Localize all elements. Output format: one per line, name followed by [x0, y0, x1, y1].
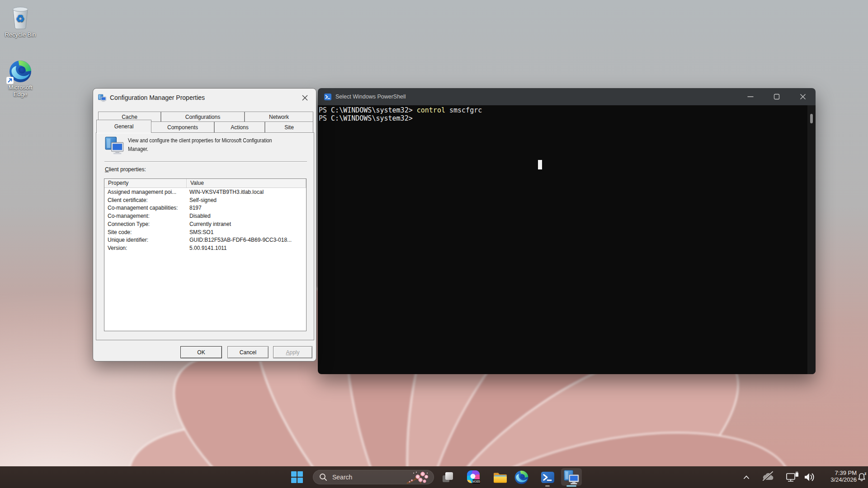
desktop-icon-label2: Edge [3, 91, 38, 98]
property-value: 8197 [189, 205, 202, 211]
desktop-icon-microsoft-edge[interactable]: Microsoft Edge [3, 60, 38, 98]
bell-sleep-icon: z [857, 466, 868, 488]
property-name: Client certificate: [108, 197, 148, 203]
start-button[interactable] [288, 466, 306, 488]
copilot-m365-button[interactable]: M365 [464, 466, 482, 488]
scrollbar-thumb[interactable] [810, 114, 813, 123]
close-icon [799, 93, 807, 100]
property-name: Co-management capabilities: [108, 205, 178, 211]
configmgr-icon [563, 469, 580, 485]
tab-site[interactable]: Site [265, 122, 313, 132]
cloud-offline-icon [761, 466, 775, 488]
property-row[interactable]: Assigned management poi...WIN-VKSV4TB9TH… [104, 189, 306, 197]
client-properties-label: Client properties: [105, 166, 146, 173]
configmgr-active-indicator [566, 485, 576, 487]
close-button[interactable] [790, 88, 816, 105]
file-explorer-icon [493, 471, 507, 483]
property-name: Version: [108, 245, 127, 251]
tray-time: 7:39 PM [813, 469, 857, 476]
property-row[interactable]: Co-management capabilities:8197 [104, 205, 306, 213]
search-icon [319, 473, 328, 482]
property-row[interactable]: Site code:SMS:SO1 [104, 229, 306, 237]
scrollbar[interactable] [807, 105, 816, 374]
configmgr-icon [98, 94, 107, 102]
powershell-console[interactable]: PS C:\WINDOWS\system32> control smscfgrc… [318, 105, 816, 374]
dialog-title: Configuration Manager Properties [110, 89, 205, 107]
powershell-running-indicator [545, 485, 550, 487]
minimize-icon [747, 93, 754, 100]
property-value: 5.00.9141.1011 [189, 245, 227, 251]
property-row[interactable]: Version:5.00.9141.1011 [104, 245, 306, 253]
dialog-description: View and configure the client properties… [128, 136, 318, 154]
ok-button[interactable]: OK [180, 346, 222, 358]
console-cursor [538, 160, 542, 169]
cherry-blossom-icon [406, 471, 430, 484]
property-value: SMS:SO1 [189, 229, 213, 235]
powershell-icon [324, 94, 331, 100]
shortcut-arrow-icon [6, 77, 14, 84]
powershell-titlebar[interactable]: Select Windows PowerShell [318, 88, 816, 105]
chevron-up-icon [742, 466, 750, 488]
tab-network[interactable]: Network [245, 112, 313, 122]
tab-actions[interactable]: Actions [214, 122, 265, 132]
close-icon [302, 94, 308, 101]
m365-copilot-icon: M365 [466, 470, 481, 484]
property-value: Self-signed [189, 197, 217, 203]
notification-bell-button[interactable]: z [857, 466, 868, 488]
tab-components[interactable]: Components [151, 122, 214, 132]
search-box[interactable]: Search [313, 470, 434, 484]
powershell-window: Select Windows PowerShell PS C:\WINDOWS\… [318, 88, 816, 374]
property-row[interactable]: Co-management:Disabled [104, 213, 306, 221]
windows-logo-icon [291, 471, 303, 483]
powershell-icon [541, 470, 555, 484]
maximize-button[interactable] [764, 88, 790, 105]
powershell-title: Select Windows PowerShell [335, 88, 406, 105]
divider [104, 161, 307, 162]
column-header-property[interactable]: Property [104, 179, 187, 188]
list-rows: Assigned management poi...WIN-VKSV4TB9TH… [104, 189, 306, 331]
tray-clock[interactable]: 7:39 PM 3/24/2026 [813, 469, 857, 483]
property-row[interactable]: Client certificate:Self-signed [104, 197, 306, 205]
tab-configurations[interactable]: Configurations [161, 112, 245, 122]
minimize-button[interactable] [737, 88, 764, 105]
recycle-bin-icon: ♻ [10, 5, 31, 30]
property-name: Assigned management poi... [108, 189, 176, 195]
ethernet-icon [786, 466, 799, 488]
property-value: GUID:B12F53AB-FDF6-4B69-9CC3-018... [189, 237, 292, 243]
cancel-button[interactable]: Cancel [227, 346, 269, 358]
client-properties-list[interactable]: Property Value Assigned management poi..… [104, 178, 307, 331]
svg-text:♻: ♻ [16, 13, 25, 24]
tray-date: 3/24/2026 [813, 476, 857, 483]
dialog-close-button[interactable] [297, 92, 312, 103]
list-header: Property Value [104, 179, 306, 188]
console-line: PS C:\WINDOWS\system32> [319, 115, 482, 123]
onedrive-tray-icon[interactable] [761, 466, 777, 488]
property-value: WIN-VKSV4TB9TH3.itlab.local [189, 189, 264, 195]
network-tray-icon[interactable] [786, 466, 802, 488]
config-manager-dialog: Configuration Manager Properties CacheCo… [93, 88, 316, 361]
configmgr-taskbar-button[interactable] [561, 468, 582, 486]
tray-chevron-button[interactable] [742, 466, 756, 488]
column-header-value[interactable]: Value [187, 179, 306, 188]
property-row[interactable]: Connection Type:Currently intranet [104, 221, 306, 229]
property-name: Co-management: [108, 213, 150, 219]
file-explorer-button[interactable] [491, 466, 509, 488]
desktop: ♻ Recycle Bin Microsoft Edge [0, 0, 868, 488]
tab-general[interactable]: General [96, 120, 151, 133]
desktop-icon-recycle-bin[interactable]: ♻ Recycle Bin [3, 5, 38, 38]
desktop-icon-label: Recycle Bin [3, 31, 38, 38]
dialog-titlebar[interactable]: Configuration Manager Properties [93, 89, 316, 107]
maximize-icon [773, 93, 780, 100]
console-text: PS C:\WINDOWS\system32> control smscfgrc… [319, 107, 482, 122]
edge-icon [514, 470, 528, 484]
apply-button[interactable]: Apply [273, 346, 312, 358]
property-name: Connection Type: [108, 221, 150, 227]
desktop-icon-label: Microsoft [3, 84, 38, 91]
property-row[interactable]: Unique identifier:GUID:B12F53AB-FDF6-4B6… [104, 237, 306, 245]
property-value: Currently intranet [189, 221, 231, 227]
property-name: Unique identifier: [108, 237, 148, 243]
edge-taskbar-button[interactable] [512, 466, 530, 488]
task-view-button[interactable] [439, 466, 457, 488]
search-placeholder: Search [332, 474, 352, 481]
powershell-taskbar-button[interactable] [538, 466, 557, 488]
